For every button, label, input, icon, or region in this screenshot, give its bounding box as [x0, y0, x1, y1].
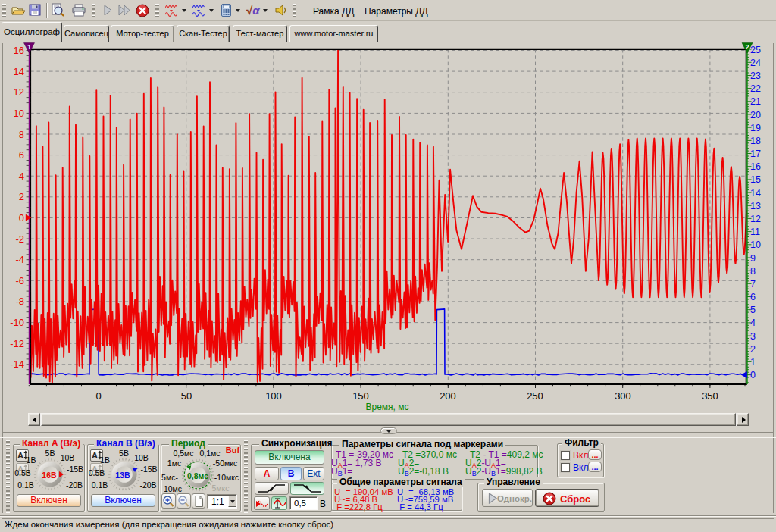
svg-text:8: 8 [750, 266, 756, 277]
svg-text:0: 0 [19, 212, 24, 224]
svg-text:50: 50 [181, 390, 192, 402]
svg-text:1: 1 [27, 43, 31, 51]
svg-text:150: 150 [352, 390, 369, 402]
svg-text:18: 18 [750, 136, 761, 146]
svg-text:250: 250 [527, 390, 543, 402]
svg-text:1: 1 [750, 357, 756, 368]
svg-text:Время, мс: Время, мс [365, 402, 408, 412]
svg-text:7: 7 [750, 279, 756, 289]
svg-text:13: 13 [750, 201, 761, 211]
svg-text:6: 6 [750, 292, 756, 302]
svg-text:300: 300 [615, 390, 631, 402]
svg-text:22: 22 [750, 83, 761, 94]
svg-text:200: 200 [440, 390, 456, 402]
svg-text:-4: -4 [15, 254, 24, 265]
svg-text:4: 4 [750, 318, 756, 328]
svg-text:8: 8 [19, 129, 24, 140]
svg-text:14: 14 [750, 188, 761, 199]
svg-text:16: 16 [750, 161, 761, 172]
svg-text:12: 12 [14, 86, 24, 98]
svg-text:23: 23 [750, 70, 761, 81]
svg-text:15: 15 [750, 174, 761, 185]
svg-text:9: 9 [750, 253, 756, 264]
svg-text:14: 14 [14, 66, 24, 77]
svg-text:350: 350 [702, 390, 718, 402]
svg-text:2: 2 [746, 43, 749, 51]
svg-text:-12: -12 [10, 338, 24, 349]
svg-text:0: 0 [95, 390, 101, 402]
svg-text:10: 10 [14, 108, 24, 119]
svg-text:19: 19 [750, 123, 761, 133]
svg-text:25: 25 [750, 45, 761, 55]
svg-text:-14: -14 [10, 358, 24, 370]
svg-text:2: 2 [750, 344, 756, 355]
svg-text:0: 0 [750, 370, 756, 380]
svg-text:12: 12 [750, 214, 761, 224]
svg-text:-10: -10 [10, 317, 24, 328]
svg-text:10: 10 [750, 239, 761, 250]
svg-text:20: 20 [750, 110, 761, 120]
svg-text:5: 5 [750, 305, 756, 315]
svg-text:100: 100 [265, 390, 282, 402]
svg-text:A: A [17, 451, 23, 460]
svg-text:6: 6 [19, 149, 24, 161]
svg-text:11: 11 [750, 227, 760, 237]
svg-text:-8: -8 [15, 296, 24, 307]
svg-text:-2: -2 [15, 233, 24, 245]
svg-text:3: 3 [750, 331, 756, 342]
svg-text:2: 2 [19, 191, 24, 202]
svg-text:A: A [92, 451, 98, 460]
svg-text:17: 17 [750, 149, 761, 159]
svg-text:-6: -6 [15, 275, 24, 286]
svg-text:24: 24 [750, 58, 761, 68]
svg-text:4: 4 [19, 171, 24, 182]
svg-text:21: 21 [750, 96, 761, 107]
svg-text:16: 16 [14, 45, 24, 56]
